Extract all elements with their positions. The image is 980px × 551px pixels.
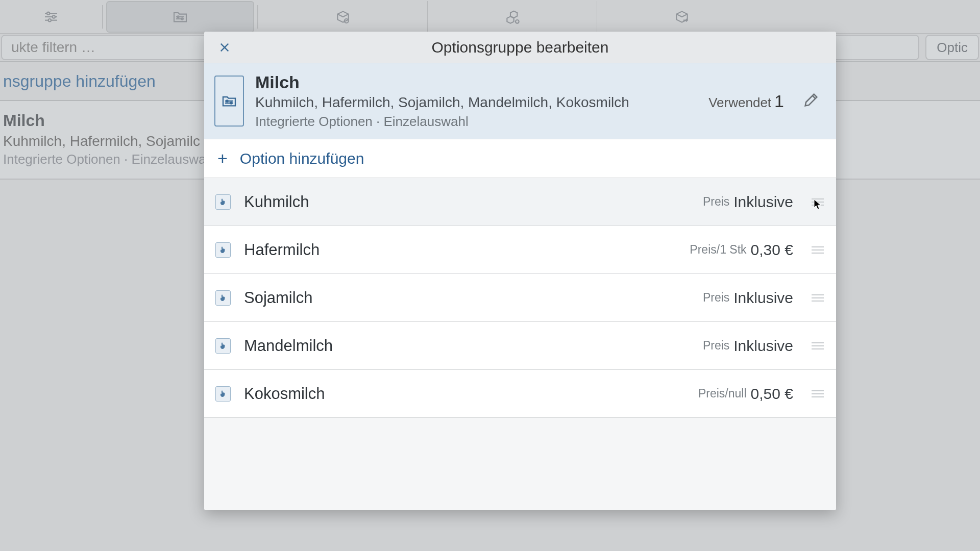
drag-handle[interactable] xyxy=(812,292,824,304)
option-thumb xyxy=(215,242,231,258)
price-label: Preis xyxy=(703,195,729,209)
drag-handle[interactable] xyxy=(812,244,824,256)
modal-title: Optionsgruppe bearbeiten xyxy=(204,39,836,56)
used-count: Verwendet1 xyxy=(708,91,784,111)
price-label: Preis/null xyxy=(698,387,747,400)
option-name: Kuhmilch xyxy=(244,193,703,211)
option-row[interactable]: KuhmilchPreisInklusive xyxy=(204,178,836,226)
price-value: 0,30 € xyxy=(751,241,793,259)
close-icon xyxy=(219,42,230,53)
group-header: Milch Kuhmilch, Hafermilch, Sojamilch, M… xyxy=(204,63,836,139)
pencil-icon xyxy=(802,91,820,109)
hand-icon xyxy=(219,293,228,302)
group-meta: Integrierte Optionen · Einzelauswahl xyxy=(255,114,708,130)
option-name: Mandelmilch xyxy=(244,337,703,355)
edit-button[interactable] xyxy=(802,91,820,111)
hand-icon xyxy=(219,197,228,206)
price-value: 0,50 € xyxy=(751,385,793,403)
option-name: Kokosmilch xyxy=(244,385,698,403)
price-label: Preis xyxy=(703,291,729,305)
drag-handle[interactable] xyxy=(812,196,824,208)
close-button[interactable] xyxy=(214,37,235,58)
price-value: Inklusive xyxy=(733,337,793,355)
option-thumb xyxy=(215,290,231,306)
add-option-label: Option hinzufügen xyxy=(240,150,364,167)
option-row[interactable]: KokosmilchPreis/null0,50 € xyxy=(204,370,836,418)
option-name: Sojamilch xyxy=(244,289,703,307)
options-folder-icon xyxy=(221,93,237,109)
plus-icon: + xyxy=(217,148,228,168)
group-name: Milch xyxy=(255,72,708,92)
option-thumb xyxy=(215,338,231,354)
option-row[interactable]: HafermilchPreis/1 Stk0,30 € xyxy=(204,226,836,274)
option-row[interactable]: SojamilchPreisInklusive xyxy=(204,274,836,322)
add-option-row[interactable]: + Option hinzufügen xyxy=(204,139,836,178)
price-value: Inklusive xyxy=(733,289,793,307)
price-label: Preis/1 Stk xyxy=(690,243,746,257)
hand-icon xyxy=(219,245,228,254)
option-thumb xyxy=(215,194,231,210)
modal-empty-area xyxy=(204,418,836,510)
option-row[interactable]: MandelmilchPreisInklusive xyxy=(204,322,836,370)
price-label: Preis xyxy=(703,339,729,353)
hand-icon xyxy=(219,389,228,398)
edit-group-modal: Optionsgruppe bearbeiten Milch Kuhmilch,… xyxy=(204,32,836,510)
group-items: Kuhmilch, Hafermilch, Sojamilch, Mandelm… xyxy=(255,94,708,111)
drag-handle[interactable] xyxy=(812,388,824,399)
modal-header: Optionsgruppe bearbeiten xyxy=(204,32,836,63)
price-value: Inklusive xyxy=(733,193,793,211)
hand-icon xyxy=(219,341,228,350)
option-thumb xyxy=(215,386,231,402)
group-text: Milch Kuhmilch, Hafermilch, Sojamilch, M… xyxy=(255,72,708,130)
option-name: Hafermilch xyxy=(244,241,690,259)
group-icon xyxy=(214,76,244,127)
drag-handle[interactable] xyxy=(812,340,824,352)
